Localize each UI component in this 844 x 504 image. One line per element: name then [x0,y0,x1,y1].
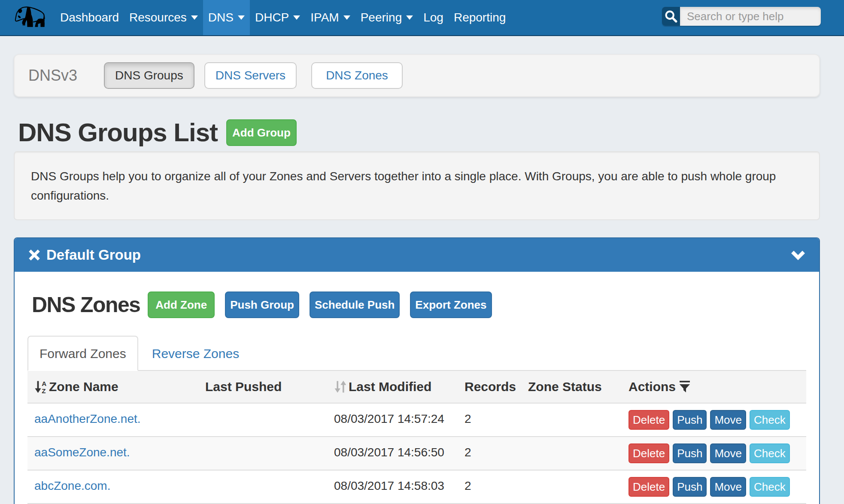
svg-text:A: A [42,380,46,387]
svg-text:Z: Z [42,387,46,393]
